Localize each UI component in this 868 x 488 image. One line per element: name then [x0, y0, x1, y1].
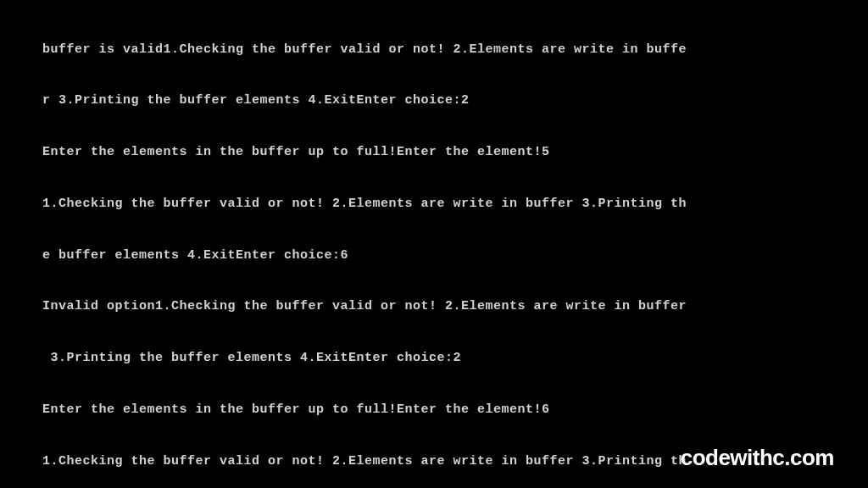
terminal-line: buffer is valid1.Checking the buffer val… [42, 42, 826, 58]
terminal-line: Invalid option1.Checking the buffer vali… [42, 298, 826, 315]
terminal-line: Enter the elements in the buffer up to f… [42, 144, 826, 161]
watermark-text: codewithc.com [681, 443, 834, 473]
terminal-line: Enter the elements in the buffer up to f… [42, 402, 826, 419]
terminal-line: 1.Checking the buffer valid or not! 2.El… [42, 196, 826, 213]
terminal-output: buffer is valid1.Checking the buffer val… [42, 7, 826, 488]
terminal-line: e buffer elements 4.ExitEnter choice:6 [42, 247, 826, 264]
terminal-line: 3.Printing the buffer elements 4.ExitEnt… [42, 350, 826, 367]
terminal-line: r 3.Printing the buffer elements 4.ExitE… [42, 92, 826, 109]
